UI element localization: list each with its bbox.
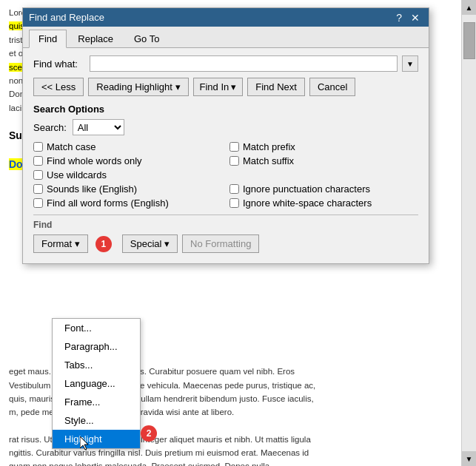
find-format-row: Format ▾ 1 Special ▾ No Formatting <box>33 234 418 253</box>
use-wildcards-checkbox[interactable] <box>33 170 43 180</box>
match-prefix-checkbox[interactable] <box>229 142 239 152</box>
dropdown-highlight[interactable]: Highlight <box>53 430 140 448</box>
scrollbar-down[interactable]: ▼ <box>462 451 476 466</box>
checkbox-ignore-whitespace: Ignore white-space characters <box>229 197 418 209</box>
match-suffix-checkbox[interactable] <box>229 156 239 166</box>
checkbox-empty-right <box>229 169 418 180</box>
badge-2-container: 2 <box>141 425 157 442</box>
format-button-label: Format ▾ <box>41 238 80 249</box>
match-case-checkbox[interactable] <box>33 142 43 152</box>
special-button-label: Special ▾ <box>130 238 170 249</box>
find-in-arrow: ▾ <box>231 81 236 92</box>
dialog-titlebar: Find and Replace ? ✕ <box>23 8 429 27</box>
tab-goto[interactable]: Go To <box>124 30 169 47</box>
dropdown-paragraph[interactable]: Paragraph... <box>53 337 140 356</box>
cancel-button[interactable]: Cancel <box>309 78 355 96</box>
checkbox-match-case: Match case <box>33 141 222 152</box>
dropdown-style[interactable]: Style... <box>53 411 140 430</box>
help-button[interactable]: ? <box>393 13 405 23</box>
tab-find[interactable]: Find <box>29 30 67 48</box>
no-formatting-button[interactable]: No Formatting <box>182 234 259 253</box>
ignore-punctuation-label[interactable]: Ignore punctuation characters <box>243 183 370 195</box>
find-section-label: Find <box>33 220 418 230</box>
find-whole-words-label[interactable]: Find whole words only <box>47 155 142 166</box>
find-in-button[interactable]: Find In ▾ <box>193 78 244 96</box>
dialog-title: Find and Replace <box>29 12 104 23</box>
find-all-forms-label[interactable]: Find all word forms (English) <box>47 197 169 209</box>
find-what-row: Find what: ▼ <box>33 55 418 72</box>
search-options-label: Search Options <box>33 104 418 115</box>
format-button[interactable]: Format ▾ <box>33 234 88 253</box>
special-button[interactable]: Special ▾ <box>122 234 178 253</box>
tab-replace[interactable]: Replace <box>68 30 123 47</box>
checkbox-find-all-forms: Find all word forms (English) <box>33 197 222 209</box>
dropdown-font[interactable]: Font... <box>53 319 140 337</box>
find-whole-words-checkbox[interactable] <box>33 156 43 166</box>
dropdown-language[interactable]: Language... <box>53 374 140 393</box>
sounds-like-checkbox[interactable] <box>33 184 43 194</box>
titlebar-controls: ? ✕ <box>393 13 423 23</box>
search-select[interactable]: All Up Down <box>73 119 124 135</box>
action-buttons-row: << Less Reading Highlight ▾ Find In ▾ Fi… <box>33 78 418 96</box>
checkbox-find-whole-words: Find whole words only <box>33 155 222 166</box>
find-in-container: Find In ▾ <box>193 78 244 96</box>
scrollbar-thumb[interactable] <box>463 22 475 59</box>
find-next-button[interactable]: Find Next <box>247 78 305 96</box>
badge-2: 2 <box>141 425 157 442</box>
checkboxes-grid: Match case Match prefix Find whole words… <box>33 141 418 209</box>
close-button[interactable]: ✕ <box>408 13 423 23</box>
sounds-like-label[interactable]: Sounds like (English) <box>47 183 137 195</box>
dropdown-tabs[interactable]: Tabs... <box>53 356 140 374</box>
match-prefix-label[interactable]: Match prefix <box>243 141 295 152</box>
find-all-forms-checkbox[interactable] <box>33 198 43 208</box>
search-row: Search: All Up Down <box>33 119 418 135</box>
search-label: Search: <box>33 122 67 133</box>
use-wildcards-label[interactable]: Use wildcards <box>47 169 107 180</box>
badge-1: 1 <box>95 236 112 252</box>
find-what-dropdown-btn[interactable]: ▼ <box>402 55 418 72</box>
match-case-label[interactable]: Match case <box>47 141 95 152</box>
find-what-label: Find what: <box>33 58 85 70</box>
format-dropdown-menu: Font... Paragraph... Tabs... Language...… <box>52 318 141 449</box>
scrollbar-up[interactable]: ▲ <box>462 0 476 15</box>
ignore-whitespace-label[interactable]: Ignore white-space characters <box>243 197 372 209</box>
less-button[interactable]: << Less <box>33 78 84 96</box>
dialog-tabs: Find Replace Go To <box>23 27 429 48</box>
checkbox-ignore-punctuation: Ignore punctuation characters <box>229 183 418 195</box>
checkbox-use-wildcards: Use wildcards <box>33 169 222 180</box>
checkbox-match-prefix: Match prefix <box>229 141 418 152</box>
divider <box>33 215 418 215</box>
find-replace-dialog: Find and Replace ? ✕ Find Replace Go To … <box>22 7 429 264</box>
checkbox-sounds-like: Sounds like (English) <box>33 183 222 195</box>
find-what-input[interactable] <box>90 55 398 72</box>
doc-line: quam non neque lobortis malesuada. Praes… <box>9 459 467 466</box>
ignore-punctuation-checkbox[interactable] <box>229 184 239 194</box>
dropdown-frame[interactable]: Frame... <box>53 393 140 411</box>
dialog-body: Find what: ▼ << Less Reading Highlight ▾… <box>23 48 429 263</box>
ignore-whitespace-checkbox[interactable] <box>229 198 239 208</box>
checkbox-match-suffix: Match suffix <box>229 155 418 166</box>
match-suffix-label[interactable]: Match suffix <box>243 155 294 166</box>
reading-highlight-button[interactable]: Reading Highlight ▾ <box>88 78 188 96</box>
scrollbar[interactable]: ▲ ▼ <box>461 0 476 466</box>
